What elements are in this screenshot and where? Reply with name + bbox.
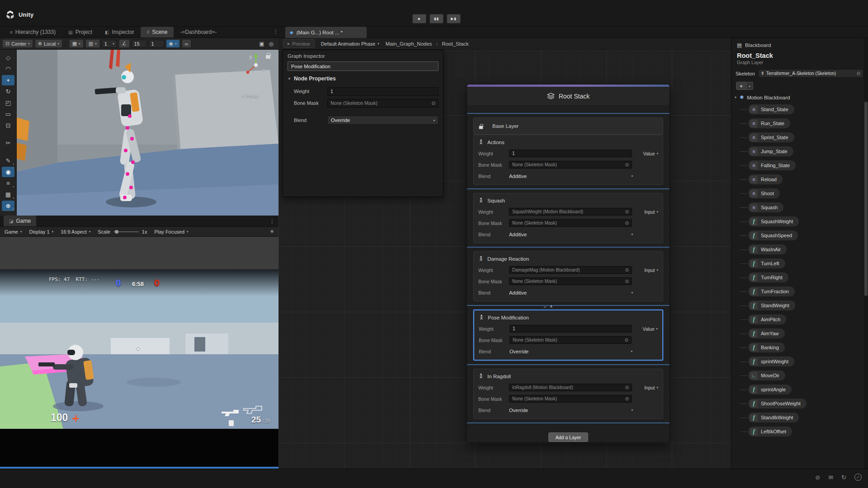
root-stack-node[interactable]: Root Stack Base Layer ActionsWeight1Valu… bbox=[467, 84, 670, 443]
bone-mask-field[interactable]: None (Skeleton Mask)⊙ bbox=[509, 336, 632, 344]
blackboard-item-Stand_State[interactable]: ≡Stand_State bbox=[748, 104, 795, 115]
scale-slider[interactable]: Scale 1x bbox=[98, 229, 147, 235]
visibility-tool-button[interactable]: ◉ bbox=[2, 167, 14, 177]
blackboard-item-AimYaw[interactable]: fAimYaw bbox=[748, 328, 785, 339]
game-panel-kebab-icon[interactable]: ⋮ bbox=[269, 218, 278, 226]
paint-tool-button[interactable]: ✎▾ bbox=[2, 155, 14, 166]
tab-scene[interactable]: #Scene bbox=[141, 27, 174, 38]
object-picker-icon[interactable]: ⊙ bbox=[432, 101, 435, 106]
tab-dashboard[interactable]: -=Dashboard=- bbox=[174, 27, 223, 38]
breadcrumb-current[interactable]: Root_Stack bbox=[442, 41, 468, 47]
blackboard-item-Sprint_State[interactable]: ≡Sprint_State bbox=[748, 132, 795, 143]
blend-dropdown[interactable]: Override▾ bbox=[509, 408, 658, 413]
game-view-dropdown[interactable]: Game▾ bbox=[5, 229, 22, 235]
tab-game[interactable]: ◪ Game bbox=[4, 216, 36, 226]
view-tool-button[interactable]: ◇ bbox=[2, 52, 14, 63]
stop-button[interactable]: ■ bbox=[412, 14, 426, 23]
blackboard-item-TurnFraction[interactable]: fTurnFraction bbox=[748, 286, 795, 297]
preview-button[interactable]: ▸ Preview bbox=[283, 39, 315, 48]
blend-dropdown[interactable]: Additive▾ bbox=[509, 174, 658, 179]
blackboard-item-StandIkWeight[interactable]: fStandIkWeight bbox=[748, 412, 799, 423]
inspector-bone-mask-field[interactable]: None (Skeleton Mask) ⊙ bbox=[327, 99, 439, 108]
layer-section-damage-reaction[interactable]: Damage ReactionWeightDamageMag (Motion B… bbox=[473, 251, 663, 301]
blackboard-item-TurnLeft[interactable]: fTurnLeft bbox=[748, 258, 786, 269]
weight-input[interactable]: 1 bbox=[509, 150, 632, 157]
snap-toggle[interactable]: ▥▾ bbox=[85, 39, 100, 48]
tab-inspector[interactable]: ◧Inspector bbox=[99, 27, 141, 38]
base-layer-row[interactable]: Base Layer bbox=[473, 117, 663, 135]
add-variable-caret[interactable]: ▾ bbox=[746, 82, 753, 90]
play-focused-dropdown[interactable]: Play Focused ▾ bbox=[154, 229, 188, 235]
step-button[interactable]: ▶▮ bbox=[447, 14, 461, 23]
blackboard-item-Jump_State[interactable]: ≡Jump_State bbox=[748, 146, 794, 157]
motion-blackboard-foldout[interactable]: ▾ ✱ Motion Blackboard bbox=[731, 91, 868, 102]
orientation-gizmo[interactable]: y bbox=[241, 51, 270, 78]
move-tool-button[interactable]: + bbox=[2, 75, 14, 85]
node-header[interactable]: Root Stack bbox=[467, 87, 670, 106]
blackboard-item-TurnRight[interactable]: fTurnRight bbox=[748, 272, 789, 283]
rect-tool-button[interactable]: ▭ bbox=[2, 109, 14, 119]
hand-tool-button[interactable]: ◠ bbox=[2, 64, 14, 74]
weight-mode-dropdown[interactable]: Value▾ bbox=[634, 326, 658, 332]
tab-overflow-kebab-icon[interactable]: ⋮ bbox=[273, 28, 278, 35]
inspector-blend-dropdown[interactable]: Override ▾ bbox=[327, 116, 439, 125]
skeleton-object-field[interactable]: ǂ Terraformer_A-Skeleton (Skeleton) ⊙ bbox=[758, 69, 863, 78]
blend-dropdown[interactable]: Override▾ bbox=[509, 349, 658, 354]
cut-tool-button[interactable]: ✂ bbox=[2, 138, 14, 148]
blend-dropdown[interactable]: Additive▾ bbox=[509, 232, 658, 237]
display-dropdown[interactable]: Display 1▾ bbox=[29, 229, 53, 235]
bone-mask-field[interactable]: None (Skeleton Mask)⊙ bbox=[509, 395, 632, 403]
blackboard-item-WasInAir[interactable]: fWasInAir bbox=[748, 244, 787, 255]
blackboard-item-StandWeight[interactable]: fStandWeight bbox=[748, 300, 796, 311]
weight-mode-dropdown[interactable]: Input▾ bbox=[635, 385, 658, 390]
weight-mode-dropdown[interactable]: Value▾ bbox=[635, 151, 658, 156]
status-ok-icon[interactable]: ✓ bbox=[854, 474, 862, 481]
scene-overlays[interactable]: ◎ bbox=[269, 41, 274, 47]
background-tasks-icon[interactable]: ↻ bbox=[841, 474, 846, 481]
node-name-field[interactable]: Pose Modification bbox=[288, 61, 439, 71]
object-picker-icon[interactable]: ⊙ bbox=[625, 221, 629, 225]
pivot-dropdown[interactable]: ⊡Center▾ bbox=[2, 39, 33, 48]
blackboard-item-AimPitch[interactable]: fAimPitch bbox=[748, 314, 787, 325]
object-picker-icon[interactable]: ⊙ bbox=[625, 385, 629, 390]
layer-section-in-ragdoll[interactable]: In RagdollWeightInRagdoll (Motion Blackb… bbox=[473, 369, 663, 419]
weight-input[interactable]: DamageMag (Motion Blackboard)⊙ bbox=[509, 266, 632, 274]
scale-snap-field[interactable]: 1 bbox=[149, 40, 164, 48]
game-view-area[interactable]: FPS: 47 RTT: --- 0 6:58 0 100 25 / 25 bbox=[0, 237, 278, 467]
pause-button[interactable]: ▮▮ bbox=[429, 14, 443, 23]
tab-hierarchy[interactable]: ≡Hierarchy (1333) bbox=[4, 27, 62, 38]
orientation-tool-button[interactable]: ⊕▾ bbox=[2, 201, 14, 211]
add-variable-button[interactable]: + bbox=[736, 82, 746, 90]
object-picker-icon[interactable]: ⊙ bbox=[857, 71, 860, 76]
grid-visibility-toggle[interactable]: ▦▾ bbox=[69, 39, 84, 48]
blackboard-item-Falling_State[interactable]: ≡Falling_State bbox=[748, 160, 796, 171]
blackboard-item-sprintAngle[interactable]: fsprintAngle bbox=[748, 384, 792, 395]
blackboard-item-Shoot[interactable]: ≡Shoot bbox=[748, 188, 780, 199]
rotation-snap-icon-button[interactable]: ∠ bbox=[119, 39, 130, 48]
layer-section-squash[interactable]: SquashWeightSquashWeight (Motion Blackbo… bbox=[473, 193, 663, 243]
blackboard-item-Squash[interactable]: ≡Squash bbox=[748, 202, 784, 213]
object-picker-icon[interactable]: ⊙ bbox=[625, 279, 629, 284]
add-layer-button[interactable]: Add a Layer bbox=[548, 432, 588, 442]
blackboard-item-MoveDir[interactable]: ∟MoveDir bbox=[748, 370, 786, 381]
bone-mask-field[interactable]: None (Skeleton Mask)⊙ bbox=[509, 219, 632, 227]
scale-tool-button[interactable]: ◰ bbox=[2, 98, 14, 108]
gizmo-lock-icon[interactable] bbox=[266, 55, 270, 59]
rotation-snap-field[interactable]: 15 bbox=[132, 40, 147, 48]
handle-orientation-dropdown[interactable]: ⊕Local▾ bbox=[35, 39, 62, 48]
bone-mask-field[interactable]: None (Skeleton Mask)⊙ bbox=[509, 161, 632, 169]
messages-icon[interactable]: ✉ bbox=[828, 474, 833, 481]
blackboard-item-SquashWeight[interactable]: fSquashWeight bbox=[748, 216, 799, 227]
aspect-dropdown[interactable]: 16:9 Aspect▾ bbox=[61, 229, 90, 235]
scale-knob[interactable] bbox=[115, 230, 118, 234]
scale-track[interactable] bbox=[113, 231, 139, 232]
blackboard-item-LeftIkOffset[interactable]: fLeftIkOffset bbox=[748, 426, 793, 437]
rotate-tool-button[interactable]: ↻ bbox=[2, 86, 14, 97]
tab-graph-window[interactable]: ◆ (Main G...) Root ... * bbox=[285, 27, 367, 38]
layer-section-actions[interactable]: ActionsWeight1Value▾Bone MaskNone (Skele… bbox=[473, 135, 663, 185]
blackboard-item-Run_State[interactable]: ≡Run_State bbox=[748, 118, 791, 129]
blackboard-item-sprintWeight[interactable]: fsprintWeight bbox=[748, 356, 795, 367]
object-picker-icon[interactable]: ⊙ bbox=[625, 267, 629, 272]
notifications-muted-icon[interactable]: ⊘ bbox=[815, 474, 820, 481]
object-picker-icon[interactable]: ⊙ bbox=[625, 209, 629, 214]
